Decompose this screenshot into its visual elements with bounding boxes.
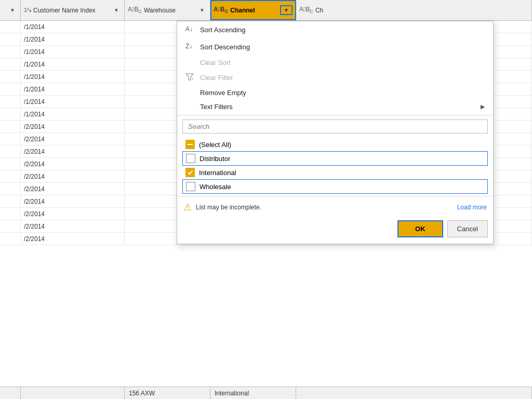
menu-sort-descending[interactable]: Z↓ Sort Descending [177, 38, 493, 56]
col-index-label: Customer Name Index [33, 7, 96, 14]
svg-line-3 [192, 78, 193, 79]
status-cell-index [21, 387, 125, 399]
sort-descending-label: Sort Descending [200, 43, 250, 51]
cell-row-num-14 [0, 195, 21, 207]
col-warehouse-label: Warehouse [144, 7, 176, 14]
cell-date-15: /2/2014 [21, 208, 125, 220]
international-checkbox-icon [185, 168, 195, 177]
distributor-checkbox-icon [186, 154, 195, 163]
cell-row-num-17 [0, 233, 21, 245]
cell-row-num-0 [0, 21, 21, 33]
col-type-icon-channel: A͐BC [214, 6, 228, 14]
cell-date-8: /2/2014 [21, 121, 125, 132]
header-arrow-col0[interactable]: ▼ [8, 6, 17, 14]
cell-date-7: /1/2014 [21, 108, 125, 120]
col-ch2-label: Ch [315, 7, 323, 14]
cell-date-2: /1/2014 [21, 46, 125, 58]
svg-text:A↓: A↓ [185, 25, 193, 33]
cell-row-num-5 [0, 83, 21, 95]
button-row: OK Cancel [177, 217, 493, 242]
cell-row-num-9 [0, 133, 21, 145]
svg-text:Z↓: Z↓ [185, 43, 192, 50]
header-row: ▼ 1²₃ Customer Name Index ▼ A͐BC Warehou… [0, 0, 532, 21]
sort-ascending-label: Sort Ascending [200, 26, 245, 34]
col-type-icon-warehouse: A͐BC [128, 6, 142, 14]
cell-date-4: /1/2014 [21, 71, 125, 83]
checkbox-select-all[interactable]: (Select All) [182, 138, 488, 151]
cell-row-num-8 [0, 121, 21, 132]
header-arrow-warehouse[interactable]: ▼ [197, 6, 207, 14]
cell-row-num-10 [0, 145, 21, 157]
menu-clear-filter[interactable]: Clear Filter [177, 70, 493, 86]
status-cell-channel: International [210, 387, 296, 399]
menu-clear-sort[interactable]: Clear Sort [177, 56, 493, 70]
cell-row-num-11 [0, 158, 21, 170]
header-cell-ch2: A͐BC Ch [296, 0, 532, 20]
cell-date-0: /1/2014 [21, 21, 125, 33]
header-cell-warehouse: A͐BC Warehouse ▼ [125, 0, 210, 20]
dropdown-menu: A↓ Sort Ascending Z↓ Sort Descending Cle… [177, 21, 494, 244]
checkbox-international[interactable]: International [182, 166, 488, 179]
status-cell-warehouse: 156 AXW [125, 387, 210, 399]
cancel-button[interactable]: Cancel [447, 220, 488, 237]
cell-row-num-2 [0, 46, 21, 58]
svg-rect-4 [188, 144, 193, 145]
header-arrow-index[interactable]: ▼ [112, 6, 121, 14]
spreadsheet-container: ▼ 1²₃ Customer Name Index ▼ A͐BC Warehou… [0, 0, 532, 399]
distributor-label: Distributor [200, 155, 230, 163]
checkbox-wholesale[interactable]: Wholesale [182, 179, 488, 194]
cell-date-6: /1/2014 [21, 96, 125, 108]
international-label: International [199, 169, 236, 177]
cell-date-12: /2/2014 [21, 170, 125, 182]
cell-date-1: /1/2014 [21, 33, 125, 45]
clear-filter-icon [185, 73, 197, 83]
cell-date-11: /2/2014 [21, 158, 125, 170]
select-all-checkbox-icon [185, 140, 195, 149]
menu-text-filters[interactable]: Text Filters ▶ [177, 100, 493, 114]
menu-separator-2 [177, 196, 493, 196]
col-type-icon-index: 1²₃ [24, 7, 31, 14]
cell-row-num-16 [0, 220, 21, 232]
remove-empty-label: Remove Empty [200, 89, 246, 97]
header-dropdown-col0[interactable]: ▼ [0, 0, 21, 20]
sort-descending-icon: Z↓ [185, 42, 197, 52]
checkbox-distributor[interactable]: Distributor [182, 151, 488, 166]
svg-marker-2 [186, 74, 193, 80]
load-more-link[interactable]: Load more [457, 204, 487, 211]
wholesale-label: Wholesale [200, 183, 231, 191]
cell-date-9: /2/2014 [21, 133, 125, 145]
cell-row-num-13 [0, 183, 21, 195]
warning-area: ⚠ List may be incomplete. Load more [177, 197, 493, 217]
cell-row-num-12 [0, 170, 21, 182]
cell-date-17: /2/2014 [21, 233, 125, 245]
cell-row-num-15 [0, 208, 21, 220]
menu-sort-ascending[interactable]: A↓ Sort Ascending [177, 21, 493, 38]
cell-date-13: /2/2014 [21, 183, 125, 195]
cell-row-num-4 [0, 71, 21, 83]
ok-button[interactable]: OK [397, 220, 443, 237]
cell-date-3: /1/2014 [21, 58, 125, 70]
sort-ascending-icon: A↓ [185, 24, 197, 35]
menu-separator-1 [177, 115, 493, 115]
warning-icon: ⚠ [183, 202, 192, 213]
col-type-icon-ch2: A͐BC [299, 6, 313, 14]
cell-row-num-3 [0, 58, 21, 70]
status-cell-0 [0, 387, 21, 399]
checkbox-list: (Select All) Distributor International [177, 137, 493, 195]
clear-sort-label: Clear Sort [200, 59, 231, 66]
search-input[interactable] [182, 119, 488, 134]
wholesale-checkbox-icon [186, 182, 195, 191]
warning-text: List may be incomplete. [196, 204, 261, 211]
cell-date-14: /2/2014 [21, 195, 125, 207]
header-arrow-channel[interactable]: ▼ [280, 5, 292, 15]
header-cell-index: 1²₃ Customer Name Index ▼ [21, 0, 125, 20]
cell-date-10: /2/2014 [21, 145, 125, 157]
clear-filter-label: Clear Filter [200, 74, 233, 82]
cell-date-16: /2/2014 [21, 220, 125, 232]
select-all-label: (Select All) [199, 141, 231, 149]
cell-row-num-1 [0, 33, 21, 45]
col-channel-label: Channel [230, 7, 255, 14]
text-filters-arrow: ▶ [481, 103, 485, 110]
header-cell-channel: A͐BC Channel ▼ [210, 0, 296, 20]
menu-remove-empty[interactable]: Remove Empty [177, 86, 493, 100]
